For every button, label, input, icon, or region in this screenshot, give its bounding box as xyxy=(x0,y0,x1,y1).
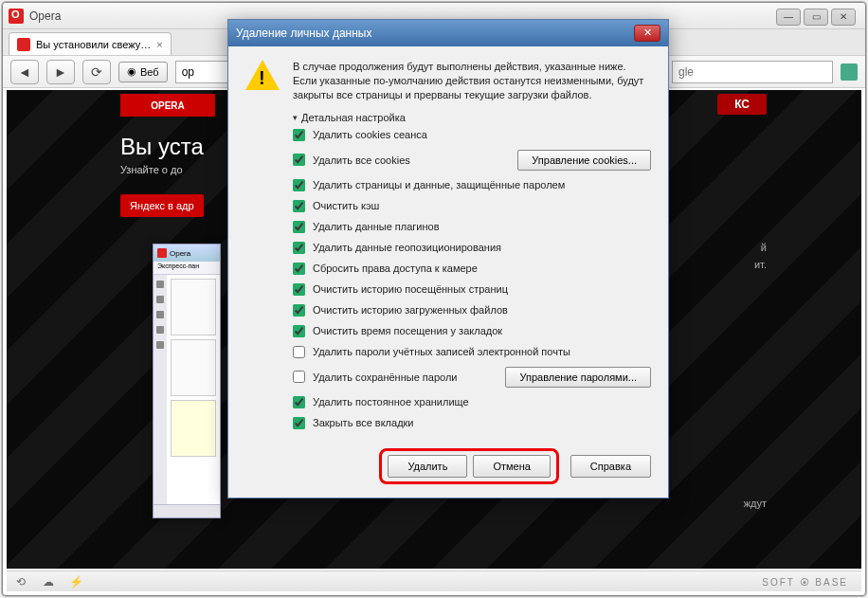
forward-button[interactable]: ► xyxy=(46,60,75,84)
star-icon xyxy=(156,296,164,303)
statusbar: ⟲ ☁ ⚡ xyxy=(7,571,861,591)
yandex-button[interactable]: Яндекс в адр xyxy=(120,194,204,217)
opera-logo: OPERA xyxy=(120,94,215,117)
option-row: Сбросить права доступа к камере xyxy=(293,263,651,275)
tab-label: Вы установили свежу… xyxy=(36,39,151,50)
option-row: Удалить страницы и данные, защищённые па… xyxy=(293,179,651,191)
option-label[interactable]: Очистить время посещения у закладок xyxy=(313,325,502,336)
dialog-message: В случае продолжения будут выполнены дей… xyxy=(293,60,651,102)
preview-sidebar xyxy=(154,275,167,504)
option-checkbox[interactable] xyxy=(293,396,305,408)
option-label[interactable]: Удалить все cookies xyxy=(313,154,410,166)
option-checkbox[interactable] xyxy=(293,346,305,358)
preview-window: Opera Экспресс-пан xyxy=(153,244,221,518)
cloud-icon[interactable]: ☁ xyxy=(43,575,56,589)
option-label[interactable]: Закрыть все вкладки xyxy=(313,417,414,428)
options-list: Удалить cookies сеансаУдалить все cookie… xyxy=(245,129,651,429)
option-checkbox[interactable] xyxy=(293,283,305,296)
window-controls: — ▭ ✕ xyxy=(776,9,856,26)
option-row: Удалить cookies сеанса xyxy=(293,129,651,141)
option-row: Удалить сохранённые паролиУправление пар… xyxy=(293,367,651,388)
speed-dial-thumb xyxy=(171,400,216,457)
tab-close-button[interactable]: × xyxy=(156,39,162,50)
dialog-body: В случае продолжения будут выполнены дей… xyxy=(228,46,668,441)
dialog-close-button[interactable]: ✕ xyxy=(634,25,660,42)
option-row: Очистить время посещения у закладок xyxy=(293,325,651,337)
option-row: Очистить историю посещённых страниц xyxy=(293,283,651,296)
preview-body xyxy=(167,275,220,504)
preview-statusbar xyxy=(154,504,220,517)
hero-subtitle: Узнайте о до xyxy=(120,164,183,175)
option-label[interactable]: Сбросить права доступа к камере xyxy=(313,263,478,274)
web-mode-button[interactable]: ◉ Веб xyxy=(118,62,168,82)
text-fragment: ждут xyxy=(744,498,767,509)
manage-passwords-button[interactable]: Управление паролями... xyxy=(505,367,651,388)
extension-icon[interactable] xyxy=(841,63,858,81)
option-checkbox[interactable] xyxy=(293,200,305,212)
download-icon xyxy=(156,326,164,334)
watermark: SOFT ⦿ BASE xyxy=(762,577,848,588)
minimize-button[interactable]: — xyxy=(776,9,801,26)
sync-icon[interactable]: ⟲ xyxy=(16,575,29,589)
window-title: Opera xyxy=(29,9,61,23)
option-checkbox[interactable] xyxy=(293,242,305,254)
dialog-titlebar: Удаление личных данных ✕ xyxy=(228,20,668,46)
dialog-title: Удаление личных данных xyxy=(236,27,371,40)
delete-button[interactable]: Удалить xyxy=(388,455,467,478)
option-row: Очистить кэш xyxy=(293,200,651,212)
speed-dial-thumb xyxy=(171,279,216,335)
turbo-icon[interactable]: ⚡ xyxy=(69,575,82,589)
reload-button[interactable]: ⟳ xyxy=(82,60,111,84)
opera-icon xyxy=(9,9,24,24)
speed-dial-thumb xyxy=(171,339,216,396)
maximize-button[interactable]: ▭ xyxy=(804,9,828,26)
option-checkbox[interactable] xyxy=(293,417,305,429)
option-label[interactable]: Удалить данные геопозиционирования xyxy=(313,242,501,253)
history-icon xyxy=(156,311,164,318)
detailed-settings-toggle[interactable]: Детальная настройка xyxy=(245,112,651,123)
back-button[interactable]: ◄ xyxy=(10,60,39,84)
text-fragment: й xyxy=(761,242,767,253)
option-checkbox[interactable] xyxy=(293,263,305,275)
option-row: Удалить данные плагинов xyxy=(293,221,651,233)
opera-icon xyxy=(17,38,30,51)
option-checkbox[interactable] xyxy=(293,325,305,337)
option-label[interactable]: Удалить пароли учётных записей электронн… xyxy=(313,346,570,357)
hero-heading: Вы уста xyxy=(120,134,204,160)
option-checkbox[interactable] xyxy=(293,154,305,166)
manage-cookies-button[interactable]: Управление cookies... xyxy=(517,150,651,171)
search-input[interactable] xyxy=(672,61,833,83)
help-button[interactable]: Справка xyxy=(570,455,651,478)
opera-icon xyxy=(157,248,167,258)
browser-tab[interactable]: Вы установили свежу… × xyxy=(9,32,172,55)
close-window-button[interactable]: ✕ xyxy=(831,9,856,26)
option-row: Закрыть все вкладки xyxy=(293,417,651,429)
option-row: Удалить все cookiesУправление cookies... xyxy=(293,150,651,171)
option-label[interactable]: Очистить историю загруженных файлов xyxy=(313,304,508,316)
option-row: Удалить пароли учётных записей электронн… xyxy=(293,346,651,358)
annotation-highlight: Удалить Отмена xyxy=(379,448,558,484)
option-label[interactable]: Очистить историю посещённых страниц xyxy=(313,283,508,295)
preview-tab: Экспресс-пан xyxy=(154,262,220,275)
option-checkbox[interactable] xyxy=(293,179,305,191)
text-fragment: ит. xyxy=(754,259,767,270)
plus-icon xyxy=(156,341,164,349)
cancel-button[interactable]: Отмена xyxy=(473,455,550,478)
option-checkbox[interactable] xyxy=(293,304,305,317)
option-checkbox[interactable] xyxy=(293,371,305,383)
yandex-badge: КС xyxy=(717,94,767,115)
option-label[interactable]: Очистить кэш xyxy=(313,200,379,211)
warning-icon xyxy=(245,60,280,92)
option-label[interactable]: Удалить cookies сеанса xyxy=(313,129,427,140)
option-label[interactable]: Удалить страницы и данные, защищённые па… xyxy=(313,179,565,190)
preview-titlebar: Opera xyxy=(154,245,220,262)
option-row: Очистить историю загруженных файлов xyxy=(293,304,651,317)
option-checkbox[interactable] xyxy=(293,221,305,233)
option-checkbox[interactable] xyxy=(293,129,305,141)
option-label[interactable]: Удалить сохранённые пароли xyxy=(313,371,457,383)
option-label[interactable]: Удалить данные плагинов xyxy=(313,221,440,232)
option-label[interactable]: Удалить постоянное хранилище xyxy=(313,396,469,408)
option-row: Удалить данные геопозиционирования xyxy=(293,242,651,254)
option-row: Удалить постоянное хранилище xyxy=(293,396,651,408)
globe-icon: ◉ xyxy=(127,65,136,78)
